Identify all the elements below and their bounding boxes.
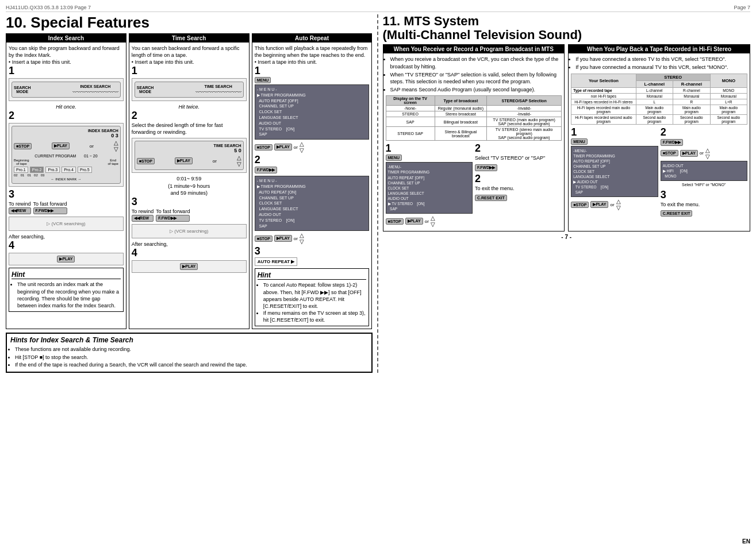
mts-row2-c2: TV STEREO (main audio program)SAP (secon…: [487, 117, 562, 127]
up-down-arrow: △▽: [114, 140, 118, 152]
index-search-body: You can skip the program backward and fo…: [9, 45, 124, 59]
rew-btn: ◀◀REW: [9, 207, 31, 214]
ar-stop2: ■STOP: [255, 236, 273, 242]
mts-pb-step1: 1 MENU -MENU- TIMER PROGRAMMING AUTO REP…: [571, 127, 658, 217]
mts-row2-c0: SAP: [386, 117, 435, 127]
index-step4-num: 4: [9, 240, 124, 250]
page-container: HJ411UD.QX33 05.3.8 13:09 Page 7 Page 7 …: [0, 0, 756, 548]
ar-menu-screen-1: - M E N U - ▶ TIMER PROGRAMMING AUTO REP…: [255, 84, 370, 140]
page-num: - 7 -: [383, 234, 751, 240]
index-mark-label: ← INDEX MARK →: [14, 177, 118, 181]
ar-step3-num: 3: [255, 246, 370, 256]
mts-recv-s1-num: 1: [386, 143, 473, 153]
time-step2-num: 2: [132, 110, 247, 121]
mts-table-h0: Display on the TV screen: [386, 96, 435, 106]
ar-or2: or: [294, 236, 298, 241]
pb-creset-btn: C.RESET EXIT: [661, 210, 693, 217]
st-r0-c3: MONO: [710, 87, 747, 93]
mts-pb-menu-screen: -MENU- TIMER PROGRAMMING AUTO REPEAT [OF…: [571, 146, 658, 198]
auto-repeat-body: This function will playback a tape repea…: [255, 45, 370, 59]
time-step4-num: 4: [132, 248, 247, 258]
ar-menu-screen-2: - M E N U - ▶ TIMER PROGRAMMING AUTO REP…: [255, 176, 370, 231]
index-search-label: INDEX SEARCH: [72, 84, 118, 88]
mts-playback-col: When You Play Back a Tape Recorded in Hi…: [568, 44, 750, 231]
play-btn-time4: ▶PLAY: [180, 263, 198, 270]
time-search-label: TIME SEARCH: [195, 84, 241, 88]
table-row: SAP Bilingual broadcast TV STEREO (main …: [386, 117, 562, 127]
st-r0-c0: Type of recorded tape: [571, 87, 636, 93]
index-step3-row: To rewind ◀◀REW To fast forward F.FWD▶▶: [9, 200, 124, 214]
index-search-title: Index Search: [6, 34, 126, 43]
auto-repeat-col: Auto Repeat This function will playback …: [252, 33, 373, 330]
hints-for-title: Hints for Index Search & Time Search: [10, 336, 368, 344]
st-r4-c3: Second audio program: [710, 114, 747, 124]
st-r2-c2: R: [673, 99, 711, 105]
mts-stop: ■STOP: [386, 218, 404, 225]
mts-pb-s1-num: 1: [571, 127, 658, 137]
ar-or: or: [294, 145, 298, 150]
play-btn-t: ▶PLAY: [175, 157, 193, 164]
time-vcr-diag-4: ▶PLAY: [132, 260, 247, 273]
st-r3-c3: Main audio program: [710, 105, 747, 114]
time-ffwd-btn: F.FWD▶▶: [156, 215, 190, 222]
ar-menu-btn: MENU: [255, 77, 271, 83]
st-r0-c2: R-channel: [673, 87, 711, 93]
stereo-table: Your Selection STEREO MONO L-channel R-c…: [571, 74, 747, 125]
ar-stop-play-row: ■STOP ▶PLAY or △▽: [255, 141, 370, 153]
play-btn-4: ▶PLAY: [57, 256, 75, 263]
time-search-col: Time Search You can search backward and …: [129, 33, 250, 330]
index-ffwd-label: To fast forward: [33, 200, 67, 207]
time-search-mode-label: SEARCHMODE: [137, 86, 154, 94]
mts-recv-step1: 1 MENU -MENU- TIMER PROGRAMMING AUTO REP…: [386, 143, 473, 229]
or-label-t: or: [213, 159, 217, 164]
pro3: Pro.3: [45, 167, 60, 173]
updown-t: △▽: [237, 155, 241, 167]
mts-pb-stop: ■STOP: [571, 202, 589, 208]
play-btn: ▶PLAY: [52, 142, 70, 149]
table-row: Hi-Fi tapes recorded in Hi-Fi stereo L R…: [571, 99, 747, 105]
time-vcr-diag-3: ▷ (VCR searching): [132, 224, 247, 238]
or-label: or: [90, 144, 94, 149]
mts-receive-col: When You Receive or Record a Program Bro…: [383, 44, 565, 231]
ar-updown2: △▽: [300, 232, 304, 245]
hints-for-item-1: Hit [STOP ■] to stop the search.: [15, 354, 368, 361]
hints-for-item-2: If the end of the tape is reached during…: [15, 361, 368, 369]
hints-for-box: Hints for Index Search & Time Search The…: [6, 333, 373, 373]
mts-recv-ctrl: MENU: [386, 155, 473, 161]
mts-stop-play: ■STOP ▶PLAY or △▽: [386, 215, 473, 227]
table-row: Hi-Fi tapes recorded second audio progra…: [571, 114, 747, 124]
stereo-h-stereo: STEREO: [636, 74, 710, 80]
st-r2-c1: L: [636, 99, 673, 105]
mts-row0-c2: -Invalid-: [487, 106, 562, 111]
mts-pb-stop2: ■STOP: [661, 150, 678, 156]
right-section: 11. MTS System(Multi-Channel Television …: [378, 14, 751, 373]
mts-ffwd: F.FWD▶▶: [475, 164, 497, 171]
mts-pb-b0: If you have connected a stereo TV to thi…: [575, 56, 747, 63]
table-row: -None- Regular (monaural audio) -Invalid…: [386, 106, 562, 111]
index-step3-num: 3: [9, 189, 124, 199]
ar-play: ▶PLAY: [274, 144, 292, 150]
ar-stop-play-row2: ■STOP ▶PLAY or △▽: [255, 232, 370, 245]
pro1: Pro.1: [14, 167, 28, 173]
pro2: Pro.2: [30, 167, 44, 173]
index-rewind-label: To rewind: [9, 200, 31, 207]
mts-row0-c1: Regular (monaural audio): [435, 106, 486, 111]
mts-pb-step2-col: 2 F.FWD▶▶ ■STOP ▶PLAY or △▽ A: [661, 127, 747, 217]
mts-recv-s2-num: 2: [475, 143, 562, 153]
index-search-col: Index Search You can skip the program ba…: [6, 33, 126, 330]
mts-pb-b1: If you have connected a monaural TV to t…: [575, 64, 747, 71]
mts-receive-b1: When "TV STEREO" or "SAP" selection is v…: [390, 71, 562, 86]
table-row: Hi-Fi tapes recorded main audio program …: [571, 105, 747, 114]
ar-hint-bullet-1: If menu remains on the TV screen at step…: [263, 310, 367, 323]
search-mode-label: SEARCHMODE: [14, 86, 31, 94]
left-main-title: 10. Special Features: [6, 14, 373, 31]
mts-pb-stop-play2: ■STOP ▶PLAY or △▽: [661, 147, 747, 160]
st-r1-c0: non Hi-Fi tapes: [571, 93, 636, 99]
mts-pb-ctrl: MENU: [571, 138, 658, 145]
mts-pb-play: ▶PLAY: [590, 201, 608, 208]
auto-repeat-step1-label: • Insert a tape into this unit.: [255, 59, 370, 65]
mts-ffwd-btn-row: F.FWD▶▶: [475, 164, 562, 171]
time-hit-twice: Hit twice.: [132, 103, 247, 110]
time-rewind-label: To rewind: [132, 208, 154, 215]
mts-playback-title: When You Play Back a Tape Recorded in Hi…: [569, 45, 750, 53]
